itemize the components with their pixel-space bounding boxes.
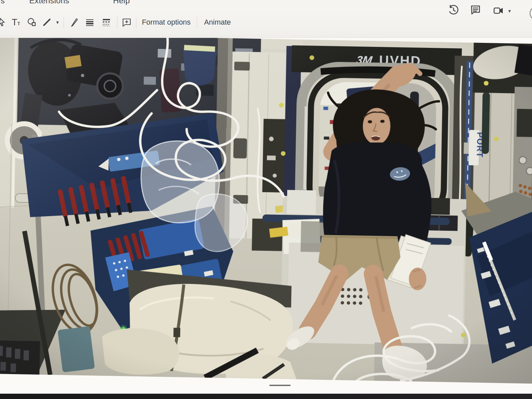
format-options-button[interactable]: Format options — [140, 7, 193, 38]
chevron-down-icon: ▼ — [56, 20, 60, 25]
present-camera-icon — [493, 5, 505, 17]
vignette — [0, 38, 532, 384]
add-comment-button[interactable] — [119, 7, 134, 38]
select-cursor-icon — [0, 17, 7, 27]
shape-button[interactable] — [25, 7, 39, 38]
version-history-button[interactable] — [448, 4, 460, 17]
top-right-actions: ▼ — [432, 3, 532, 23]
toolbar-separator — [136, 17, 136, 28]
comments-icon — [469, 4, 481, 16]
line-button[interactable] — [40, 7, 54, 38]
line-dropdown[interactable]: ▼ — [54, 7, 61, 38]
border-weight-button[interactable] — [82, 7, 97, 38]
add-comment-icon — [121, 17, 132, 28]
pencil-button[interactable] — [66, 7, 81, 38]
border-dash-icon — [101, 17, 112, 28]
menu-item-truncated[interactable]: s — [1, 0, 5, 6]
present-dropdown[interactable]: ▼ — [507, 8, 512, 14]
animate-button[interactable]: Animate — [201, 7, 234, 38]
version-history-icon — [448, 4, 460, 16]
toolbar-separator — [117, 17, 117, 28]
border-dash-button[interactable] — [99, 7, 114, 38]
avatar-circle-icon — [526, 6, 532, 23]
format-options-label: Format options — [142, 18, 191, 27]
account-avatar[interactable] — [526, 6, 532, 24]
select-tool-button[interactable] — [0, 7, 7, 38]
line-icon — [42, 17, 52, 28]
chevron-down-icon: ▼ — [507, 9, 512, 14]
textbox-icon: Tт — [12, 17, 20, 28]
border-weight-icon — [84, 17, 95, 28]
textbox-button[interactable]: Tт — [9, 7, 23, 38]
menu-item-help[interactable]: Help — [113, 0, 130, 6]
slide-canvas[interactable]: 3M UVHD — [0, 38, 532, 399]
toolbar-separator — [197, 17, 197, 28]
slide-image-iss-astronaut[interactable]: 3M UVHD — [0, 38, 532, 384]
shape-icon — [26, 17, 38, 28]
animate-label: Animate — [204, 18, 231, 27]
present-button[interactable] — [493, 5, 505, 18]
google-slides-window: s Extensions Help Tт ▼ — [0, 0, 532, 399]
open-comments-button[interactable] — [469, 4, 481, 17]
menu-item-extensions[interactable]: Extensions — [29, 0, 69, 6]
pencil-icon — [68, 17, 79, 28]
toolbar-separator — [64, 17, 64, 28]
screen-bottom-bezel — [0, 394, 532, 399]
speaker-notes-drag-handle[interactable] — [269, 385, 291, 386]
